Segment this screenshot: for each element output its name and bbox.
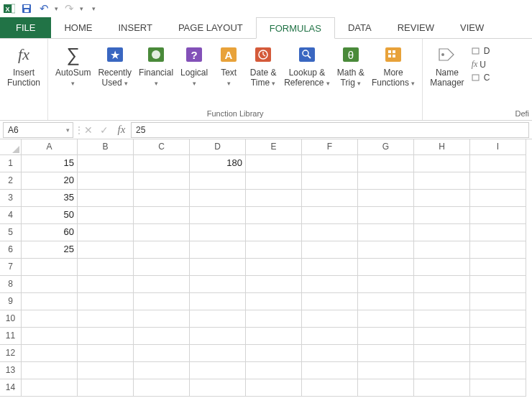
tab-data[interactable]: DATA — [335, 17, 385, 38]
undo-icon[interactable]: ↶ — [37, 2, 50, 15]
cell-D2[interactable] — [190, 172, 246, 190]
cell-I14[interactable] — [470, 379, 526, 397]
cell-I4[interactable] — [470, 207, 526, 224]
tab-review[interactable]: REVIEW — [385, 17, 447, 38]
row-header-1[interactable]: 1 — [0, 155, 22, 172]
cell-B8[interactable] — [78, 276, 134, 293]
cell-H5[interactable] — [414, 224, 470, 241]
cell-D5[interactable] — [190, 224, 246, 241]
cell-I3[interactable] — [470, 190, 526, 207]
cell-G3[interactable] — [358, 190, 414, 207]
cell-F6[interactable] — [302, 241, 358, 259]
cell-I7[interactable] — [470, 259, 526, 276]
cell-B9[interactable] — [78, 293, 134, 310]
logical-button[interactable]: ? Logical▾ — [178, 42, 211, 90]
cell-E11[interactable] — [246, 328, 302, 345]
cell-G4[interactable] — [358, 207, 414, 224]
create-from-selection-clipped[interactable]: C — [472, 73, 490, 83]
autosum-button[interactable]: ∑ AutoSum▾ — [52, 42, 93, 90]
cell-D3[interactable] — [190, 190, 246, 207]
cell-B11[interactable] — [78, 328, 134, 345]
cell-G8[interactable] — [358, 276, 414, 293]
cell-C2[interactable] — [134, 172, 190, 190]
cell-F7[interactable] — [302, 259, 358, 276]
cell-A8[interactable] — [22, 276, 78, 293]
save-icon[interactable] — [20, 2, 33, 15]
cell-G12[interactable] — [358, 345, 414, 362]
col-header-C[interactable]: C — [134, 139, 190, 155]
cell-F3[interactable] — [302, 190, 358, 207]
cell-C5[interactable] — [134, 224, 190, 241]
cell-H6[interactable] — [414, 241, 470, 259]
cell-I5[interactable] — [470, 224, 526, 241]
cell-B5[interactable] — [78, 224, 134, 241]
cell-F2[interactable] — [302, 172, 358, 190]
financial-button[interactable]: Financial▾ — [136, 42, 176, 90]
cell-D8[interactable] — [190, 276, 246, 293]
cell-C12[interactable] — [134, 345, 190, 362]
cell-A13[interactable] — [22, 362, 78, 379]
cell-E13[interactable] — [246, 362, 302, 379]
cell-B1[interactable] — [78, 155, 134, 172]
cell-G10[interactable] — [358, 310, 414, 328]
cell-H11[interactable] — [414, 328, 470, 345]
cell-A3[interactable]: 35 — [22, 190, 78, 207]
use-in-formula-clipped[interactable]: fx U — [472, 59, 490, 70]
name-manager-button[interactable]: NameManager — [427, 42, 467, 89]
cell-D12[interactable] — [190, 345, 246, 362]
cell-F5[interactable] — [302, 224, 358, 241]
row-header-10[interactable]: 10 — [0, 310, 22, 328]
cell-C11[interactable] — [134, 328, 190, 345]
cell-I2[interactable] — [470, 172, 526, 190]
cell-D4[interactable] — [190, 207, 246, 224]
cell-C8[interactable] — [134, 276, 190, 293]
col-header-F[interactable]: F — [302, 139, 358, 155]
cell-G11[interactable] — [358, 328, 414, 345]
redo-icon[interactable]: ↷ — [63, 2, 75, 15]
cell-A2[interactable]: 20 — [22, 172, 78, 190]
cell-G2[interactable] — [358, 172, 414, 190]
cell-G7[interactable] — [358, 259, 414, 276]
redo-dropdown-icon[interactable]: ▾ — [80, 5, 83, 12]
cell-D11[interactable] — [190, 328, 246, 345]
row-header-7[interactable]: 7 — [0, 259, 22, 276]
fx-icon[interactable]: fx — [112, 124, 131, 136]
row-header-12[interactable]: 12 — [0, 345, 22, 362]
cell-E3[interactable] — [246, 190, 302, 207]
cell-G6[interactable] — [358, 241, 414, 259]
col-header-B[interactable]: B — [78, 139, 134, 155]
cell-A6[interactable]: 25 — [22, 241, 78, 259]
cell-A7[interactable] — [22, 259, 78, 276]
cell-B4[interactable] — [78, 207, 134, 224]
tab-formulas[interactable]: FORMULAS — [256, 17, 335, 39]
undo-dropdown-icon[interactable]: ▾ — [55, 5, 58, 12]
cell-A11[interactable] — [22, 328, 78, 345]
cell-E4[interactable] — [246, 207, 302, 224]
cell-I12[interactable] — [470, 345, 526, 362]
cell-F11[interactable] — [302, 328, 358, 345]
cell-D14[interactable] — [190, 379, 246, 397]
recently-used-button[interactable]: ★ RecentlyUsed ▾ — [95, 42, 134, 90]
cell-I6[interactable] — [470, 241, 526, 259]
cell-C4[interactable] — [134, 207, 190, 224]
row-header-14[interactable]: 14 — [0, 379, 22, 397]
cell-H10[interactable] — [414, 310, 470, 328]
cell-E12[interactable] — [246, 345, 302, 362]
define-name-clipped[interactable]: D — [472, 46, 490, 56]
col-header-G[interactable]: G — [358, 139, 414, 155]
cell-E1[interactable] — [246, 155, 302, 172]
cancel-icon[interactable]: ✕ — [81, 124, 96, 136]
cell-A4[interactable]: 50 — [22, 207, 78, 224]
cell-B2[interactable] — [78, 172, 134, 190]
tab-insert[interactable]: INSERT — [105, 17, 165, 38]
cell-A5[interactable]: 60 — [22, 224, 78, 241]
cell-H12[interactable] — [414, 345, 470, 362]
tab-file[interactable]: FILE — [0, 17, 51, 38]
select-all-corner[interactable] — [0, 139, 22, 155]
cell-C3[interactable] — [134, 190, 190, 207]
math-trig-button[interactable]: θ Math &Trig ▾ — [334, 42, 367, 90]
cell-F14[interactable] — [302, 379, 358, 397]
row-header-6[interactable]: 6 — [0, 241, 22, 259]
cell-D9[interactable] — [190, 293, 246, 310]
cell-H9[interactable] — [414, 293, 470, 310]
